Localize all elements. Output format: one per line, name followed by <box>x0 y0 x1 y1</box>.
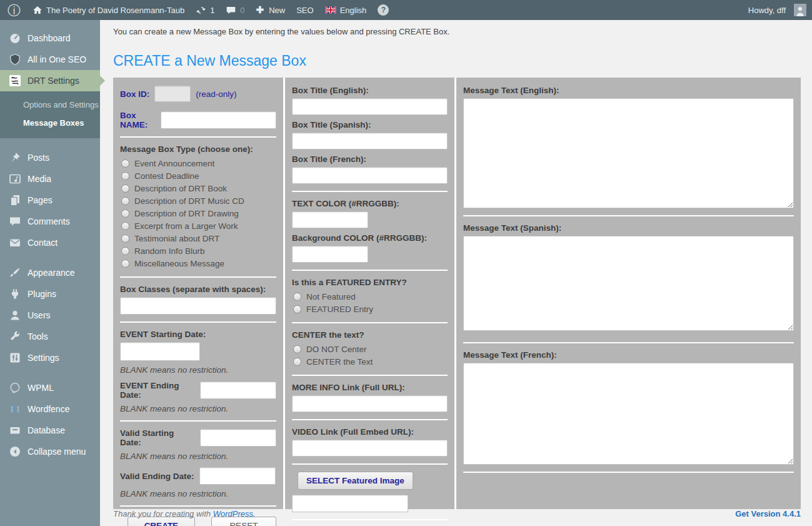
form-column-1: Box ID: (read-only) Box NAME: Message Bo… <box>113 78 283 509</box>
radio-type-contest-deadline[interactable]: Contest Deadline <box>120 169 276 182</box>
intro-text: You can create a new Message Box by ente… <box>113 27 801 36</box>
divider <box>292 191 448 192</box>
sidebar-item-collapse-menu[interactable]: Collapse menu <box>0 441 100 462</box>
radio-icon[interactable] <box>121 210 129 218</box>
radio-icon[interactable] <box>121 159 129 168</box>
sidebar-item-tools[interactable]: Tools <box>0 326 100 347</box>
sidebar-item-media[interactable]: Media <box>0 168 100 190</box>
radio-icon[interactable] <box>293 358 301 366</box>
sidebar-item-wpml[interactable]: WPML <box>0 377 100 398</box>
new-content-menu[interactable]: ✚ New <box>251 0 291 20</box>
admin-sidebar: Dashboard All in One SEO DRT Settings Op… <box>0 20 100 526</box>
radio-icon[interactable] <box>121 222 129 230</box>
uk-flag-icon <box>325 6 336 14</box>
radio-type-excerpt[interactable]: Excerpt from a Larger Work <box>120 220 276 232</box>
sidebar-item-all-in-one-seo[interactable]: All in One SEO <box>0 49 100 70</box>
sidebar-item-posts[interactable]: Posts <box>0 147 100 168</box>
wordpress-link[interactable]: WordPress <box>213 509 253 518</box>
radio-type-drt-book[interactable]: Description of DRT Book <box>120 182 276 195</box>
valid-start-field[interactable] <box>200 429 276 447</box>
radio-icon[interactable] <box>121 185 129 193</box>
radio-featured-entry[interactable]: FEATURED Entry <box>292 303 448 315</box>
radio-center-text[interactable]: CENTER the Text <box>292 355 448 368</box>
event-start-field[interactable] <box>120 342 200 361</box>
message-french-field[interactable] <box>463 363 794 465</box>
comments-menu[interactable]: 0 <box>220 0 250 20</box>
message-spanish-label: Message Text (Spanish): <box>463 223 794 233</box>
home-icon <box>33 5 43 15</box>
plug-icon <box>9 288 21 300</box>
divider <box>120 136 276 138</box>
sidebar-item-wordfence[interactable]: Wordfence <box>0 398 100 420</box>
select-featured-image-button[interactable]: SELECT Featured Image <box>298 472 413 490</box>
radio-type-miscellaneous[interactable]: Miscellaneous Message <box>120 257 276 270</box>
comments-bubble-icon <box>9 215 21 228</box>
sidebar-item-settings[interactable]: Settings <box>0 347 100 368</box>
seo-menu[interactable]: SEO <box>291 0 319 20</box>
radio-not-featured[interactable]: Not Featured <box>292 290 448 303</box>
radio-icon[interactable] <box>121 197 129 205</box>
radio-type-event-announcement[interactable]: Event Announcement <box>120 157 276 169</box>
video-link-field[interactable] <box>292 440 448 457</box>
wrench-icon <box>9 330 21 343</box>
sidebar-item-pages[interactable]: Pages <box>0 190 100 211</box>
updates-menu[interactable]: 1 <box>190 0 220 20</box>
divider <box>292 375 448 376</box>
blank-note: BLANK means no restriction. <box>120 489 276 498</box>
title-english-field[interactable] <box>292 98 448 115</box>
radio-icon[interactable] <box>293 293 301 301</box>
divider <box>292 270 448 271</box>
type-legend: Message Box Type (choose one): <box>120 144 276 154</box>
radio-do-not-center[interactable]: DO NOT Center <box>292 343 448 355</box>
title-spanish-field[interactable] <box>292 133 448 149</box>
menu-separator <box>0 138 100 147</box>
language-switcher[interactable]: English <box>319 0 373 20</box>
event-end-field[interactable] <box>200 382 276 399</box>
valid-end-field[interactable] <box>199 467 276 485</box>
radio-type-drt-music-cd[interactable]: Description of DRT Music CD <box>120 195 276 207</box>
sidebar-item-users[interactable]: Users <box>0 305 100 326</box>
bg-color-field[interactable] <box>292 246 368 263</box>
center-legend: CENTER the text? <box>292 330 448 340</box>
box-classes-field[interactable] <box>120 297 276 315</box>
divider <box>463 215 794 216</box>
update-count: 1 <box>210 6 214 15</box>
radio-type-random-blurb[interactable]: Random Info Blurb <box>120 245 276 257</box>
radio-icon[interactable] <box>293 305 301 313</box>
help-menu[interactable]: ? <box>372 0 394 20</box>
radio-type-drt-drawing[interactable]: Description of DRT Drawing <box>120 207 276 220</box>
wordpress-logo-icon[interactable]: ⓘ <box>0 4 27 17</box>
text-color-field[interactable] <box>292 211 368 228</box>
radio-icon[interactable] <box>121 235 129 243</box>
more-info-field[interactable] <box>292 395 448 412</box>
radio-icon[interactable] <box>121 247 129 255</box>
sidebar-item-database[interactable]: Database <box>0 420 100 441</box>
box-name-field[interactable] <box>161 111 276 129</box>
title-french-field[interactable] <box>292 167 448 184</box>
wpml-globe-icon <box>9 382 21 394</box>
sidebar-item-dashboard[interactable]: Dashboard <box>0 28 100 49</box>
divider <box>463 472 794 473</box>
message-spanish-field[interactable] <box>463 236 794 331</box>
admin-footer: Thank you for creating with WordPress. G… <box>113 509 801 526</box>
message-english-field[interactable] <box>463 98 794 208</box>
site-name-menu[interactable]: The Poetry of David Rosenmann-Taub <box>27 0 190 20</box>
radio-icon[interactable] <box>293 345 301 353</box>
comment-bubble-icon <box>226 5 236 16</box>
submenu-item-message-boxes[interactable]: Message Boxes <box>0 114 100 132</box>
box-id-field[interactable] <box>154 86 191 102</box>
submenu-item-options-and-settings[interactable]: Options and Settings <box>0 96 100 114</box>
sliders-icon <box>9 352 21 364</box>
radio-type-testimonial[interactable]: Testimonial about DRT <box>120 232 276 245</box>
read-only-note: (read-only) <box>196 89 236 99</box>
account-menu[interactable]: Howdy, dff <box>743 0 812 20</box>
sidebar-item-plugins[interactable]: Plugins <box>0 283 100 305</box>
get-version-link[interactable]: Get Version 4.4.1 <box>735 509 801 518</box>
sidebar-item-contact[interactable]: Contact <box>0 232 100 253</box>
sidebar-item-comments[interactable]: Comments <box>0 211 100 232</box>
sidebar-item-drt-settings[interactable]: DRT Settings <box>0 70 100 91</box>
radio-icon[interactable] <box>121 172 129 180</box>
radio-icon[interactable] <box>121 260 129 268</box>
sidebar-item-appearance[interactable]: Appearance <box>0 262 100 283</box>
blank-note: BLANK means no restriction. <box>120 365 276 375</box>
